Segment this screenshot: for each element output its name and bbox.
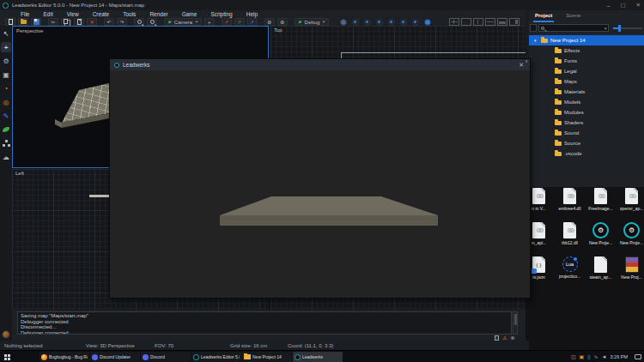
expand-arrow-icon[interactable]: ▾ <box>534 38 538 43</box>
menu-item[interactable]: Tools <box>123 11 136 17</box>
tray-icon[interactable]: ▣ <box>580 354 585 359</box>
filter-button[interactable] <box>530 24 537 32</box>
tree-root-item[interactable]: ▾ New Project 14 <box>529 35 644 45</box>
render-mode-icon[interactable] <box>340 19 347 26</box>
desktop-icon[interactable]: FreeImage... <box>586 185 616 220</box>
desktop-icon[interactable]: openvr_ap... <box>617 185 644 220</box>
render-mode-icon[interactable] <box>376 19 383 26</box>
viewport-layout-button[interactable] <box>449 18 459 26</box>
notification-icon[interactable] <box>635 354 641 359</box>
taskbar-app-button[interactable]: Discord Updater <box>90 352 140 362</box>
tree-folder-item[interactable]: Fonts <box>529 56 644 66</box>
rotate-tool[interactable]: ⚙ <box>1 56 11 66</box>
dialog-close-button[interactable]: ✕ <box>519 62 524 68</box>
paint-tool[interactable]: ✎ <box>1 111 11 121</box>
slider-handle[interactable] <box>618 25 621 32</box>
taskbar-app-button[interactable]: Leadwerks Editor 5.0... <box>191 352 241 362</box>
tree-folder-item[interactable]: Shaders <box>529 118 644 128</box>
viewport-layout-button[interactable] <box>497 18 507 26</box>
desktop-icon[interactable]: New Proj... <box>617 254 644 288</box>
viewport-layout-button[interactable] <box>461 18 471 26</box>
render-mode-icon[interactable] <box>352 19 359 26</box>
node-tool[interactable] <box>1 138 11 148</box>
desktop-icon[interactable]: projectico... <box>555 254 585 288</box>
zoom-out-button[interactable] <box>147 18 157 26</box>
taskbar-app-button[interactable]: Leadwerks <box>293 352 343 362</box>
publish-tool[interactable]: ☁↑ <box>1 152 11 162</box>
console-log[interactable]: Saving map "Maps/start.map"Debugger conn… <box>17 311 512 335</box>
menu-item[interactable]: Game <box>182 11 197 17</box>
taskbar-app-button[interactable]: New Project 14 <box>242 352 292 362</box>
menu-item[interactable]: Scripting <box>210 11 232 17</box>
open-button[interactable] <box>18 18 28 26</box>
tree-folder-item[interactable]: Models <box>529 97 644 107</box>
console-scrollbar[interactable] <box>513 311 518 335</box>
panel-tab[interactable]: Project <box>533 10 554 22</box>
select-tool[interactable]: ↖ <box>1 28 11 39</box>
delete-button[interactable]: ✕ <box>87 18 97 26</box>
model-tool[interactable]: ◎ <box>1 97 11 107</box>
taskbar-app-button[interactable]: Bugbugbug - Bug Re... <box>39 352 89 362</box>
render-mode-icon[interactable] <box>388 19 395 26</box>
menu-item[interactable]: File <box>21 11 29 17</box>
settings-button[interactable]: ⚙ <box>264 18 275 26</box>
tree-folder-item[interactable]: Sound <box>529 128 644 138</box>
render-mode-icon[interactable] <box>400 19 407 26</box>
cut-button[interactable]: ✂ <box>48 18 58 26</box>
tree-folder-item[interactable]: Effects <box>529 45 644 56</box>
tray-icon[interactable]: ▯ <box>587 354 590 359</box>
viewport-layout-button[interactable] <box>485 18 495 26</box>
tree-folder-item[interactable]: Modules <box>529 107 644 118</box>
render-mode-icon[interactable] <box>412 19 419 26</box>
options-button[interactable]: ⚙ <box>277 18 288 26</box>
taskbar-app-button[interactable]: Discord <box>141 352 191 362</box>
vegetation-tool[interactable] <box>1 124 11 135</box>
translate-x-button[interactable]: ↗ <box>222 18 232 26</box>
save-button[interactable] <box>31 18 41 26</box>
tree-folder-item[interactable]: Source <box>529 138 644 148</box>
undo-button[interactable]: ↶ <box>104 18 114 26</box>
network-icon[interactable]: ∿ <box>594 354 598 359</box>
clock[interactable]: 3:26 PM <box>611 354 628 359</box>
translate-z-button[interactable]: ↗ <box>247 18 258 26</box>
menu-item[interactable]: Help <box>246 11 258 17</box>
dialog-title-bar[interactable]: Leadwerks ✕ <box>110 59 530 70</box>
viewport-layout-button[interactable] <box>509 18 519 26</box>
start-button[interactable] <box>4 354 7 357</box>
tray-icon[interactable]: ◫ <box>571 354 576 359</box>
new-file-button[interactable] <box>5 18 15 26</box>
copy-button[interactable] <box>61 18 71 26</box>
user-avatar[interactable] <box>2 330 10 339</box>
camera-dropdown[interactable]: ▶ Camera ▾ <box>164 18 202 26</box>
maximize-button[interactable]: ▢ <box>620 2 625 9</box>
move-tool[interactable]: + <box>1 42 11 52</box>
tree-folder-item[interactable]: Legal <box>529 66 644 76</box>
redo-button[interactable]: ↷ <box>117 18 127 26</box>
tree-folder-item[interactable]: Maps <box>529 76 644 87</box>
viewport-layout-button[interactable] <box>473 18 483 26</box>
render-mode-icon[interactable] <box>424 19 431 26</box>
tree-folder-item[interactable]: Materials <box>529 87 644 97</box>
panel-tab[interactable]: Scene <box>564 10 582 22</box>
desktop-icon[interactable]: tbb12.dll <box>555 220 585 254</box>
desktop-icon[interactable]: steam_ap... <box>586 254 616 288</box>
menu-item[interactable]: Create <box>93 11 110 17</box>
desktop-icon[interactable]: New Proje... <box>617 220 644 254</box>
desktop-icon[interactable]: embree4.dll <box>555 185 585 220</box>
desktop-icon[interactable]: New Proje... <box>586 220 616 254</box>
debug-dropdown[interactable]: ▶ Debug ▾ <box>295 18 329 26</box>
volume-icon[interactable]: ◄ <box>602 354 607 359</box>
minimize-button[interactable]: – <box>607 3 611 9</box>
csg-tool[interactable]: ◔ <box>1 83 11 94</box>
menu-item[interactable]: Edit <box>43 11 52 17</box>
thumbnail-size-slider[interactable] <box>613 24 642 32</box>
zoom-in-button[interactable] <box>134 18 144 26</box>
panel-collapse-icon[interactable]: ‹ <box>526 58 527 64</box>
scale-tool[interactable]: ▣ <box>1 69 11 80</box>
add-button[interactable]: + <box>204 18 215 26</box>
close-button[interactable]: ✕ <box>636 2 641 9</box>
translate-y-button[interactable]: ↗ <box>234 18 245 26</box>
menu-item[interactable]: View <box>67 11 79 17</box>
render-mode-icon[interactable] <box>364 19 371 26</box>
tree-folder-item[interactable]: .vscode <box>529 148 644 159</box>
